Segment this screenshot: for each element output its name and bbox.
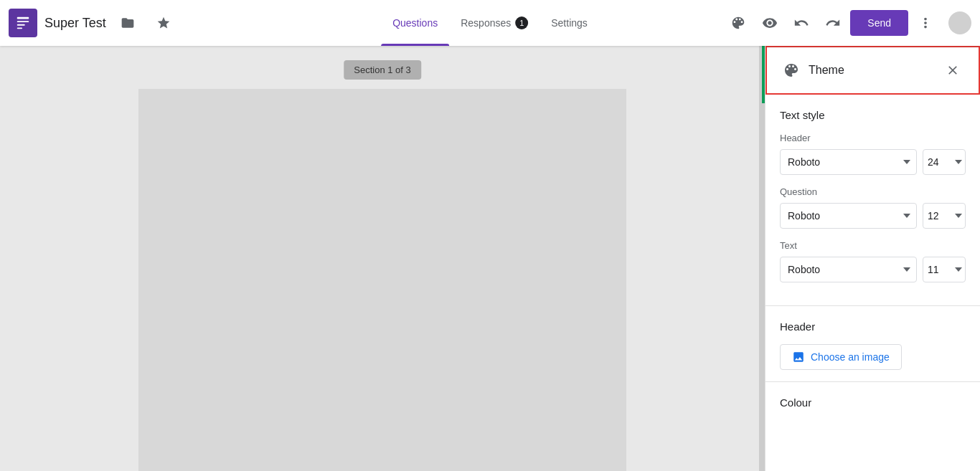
responses-badge: 1 [515, 16, 528, 29]
question-font-label: Question [780, 186, 966, 197]
text-style-label: Text style [780, 109, 966, 121]
tab-settings-label: Settings [551, 17, 588, 29]
choose-image-label: Choose an image [811, 351, 890, 363]
theme-close-button[interactable] [941, 59, 964, 82]
form-card [138, 89, 626, 471]
topbar-left: Super Test [9, 9, 724, 37]
svg-rect-2 [17, 24, 25, 26]
tab-bar: Questions Responses 1 Settings [381, 0, 599, 46]
main-layout: Section 1 of 3 Theme Text style Header [0, 46, 980, 471]
colour-section-label: Colour [780, 396, 966, 409]
theme-palette-icon [781, 60, 801, 80]
question-font-select[interactable]: Roboto Arial Georgia [780, 203, 917, 229]
svg-rect-1 [17, 21, 29, 22]
header-image-section: Header Choose an image [765, 306, 980, 382]
theme-panel-header: Theme [765, 46, 980, 95]
undo-button[interactable] [787, 9, 816, 37]
send-button[interactable]: Send [850, 10, 908, 36]
question-font-row: Roboto Arial Georgia 12 14 16 [780, 203, 966, 229]
question-size-select[interactable]: 12 14 16 [923, 203, 966, 229]
app-title: Super Test [44, 16, 106, 31]
svg-rect-3 [17, 27, 22, 29]
section-badge: Section 1 of 3 [344, 60, 421, 80]
text-font-select[interactable]: Roboto Arial Georgia [780, 257, 917, 282]
header-font-label: Header [780, 133, 966, 143]
header-font-row: Roboto Arial Georgia 24 18 20 [780, 149, 966, 175]
svg-rect-0 [17, 17, 29, 19]
accent-bar [762, 46, 765, 103]
topbar: Super Test Questions Responses 1 Setting… [0, 0, 980, 46]
choose-image-button[interactable]: Choose an image [780, 344, 902, 370]
topbar-right: Send [724, 9, 971, 37]
header-font-select[interactable]: Roboto Arial Georgia [780, 149, 917, 175]
preview-button[interactable] [755, 9, 784, 37]
folder-button[interactable] [113, 9, 142, 37]
content-area: Section 1 of 3 [0, 46, 765, 471]
text-font-label: Text [780, 240, 966, 251]
redo-button[interactable] [819, 9, 847, 37]
header-size-select[interactable]: 24 18 20 [923, 149, 966, 175]
theme-panel: Theme Text style Header Roboto Arial Geo… [765, 46, 980, 471]
text-style-section: Text style Header Roboto Arial Georgia 2… [765, 95, 980, 306]
tab-questions-label: Questions [392, 17, 438, 29]
tab-responses[interactable]: Responses 1 [449, 0, 540, 46]
header-section-label: Header [780, 320, 966, 333]
theme-panel-title: Theme [809, 64, 941, 77]
text-size-select[interactable]: 11 12 14 [923, 257, 966, 282]
colour-section: Colour [765, 382, 980, 414]
scroll-indicator[interactable] [759, 46, 765, 471]
palette-button[interactable] [724, 9, 753, 37]
tab-responses-label: Responses [461, 17, 511, 29]
text-font-row: Roboto Arial Georgia 11 12 14 [780, 257, 966, 282]
star-button[interactable] [149, 9, 178, 37]
tab-settings[interactable]: Settings [540, 0, 599, 46]
more-options-button[interactable] [911, 9, 940, 37]
user-avatar[interactable] [948, 11, 971, 34]
tab-questions[interactable]: Questions [381, 0, 449, 46]
app-icon [9, 9, 37, 37]
